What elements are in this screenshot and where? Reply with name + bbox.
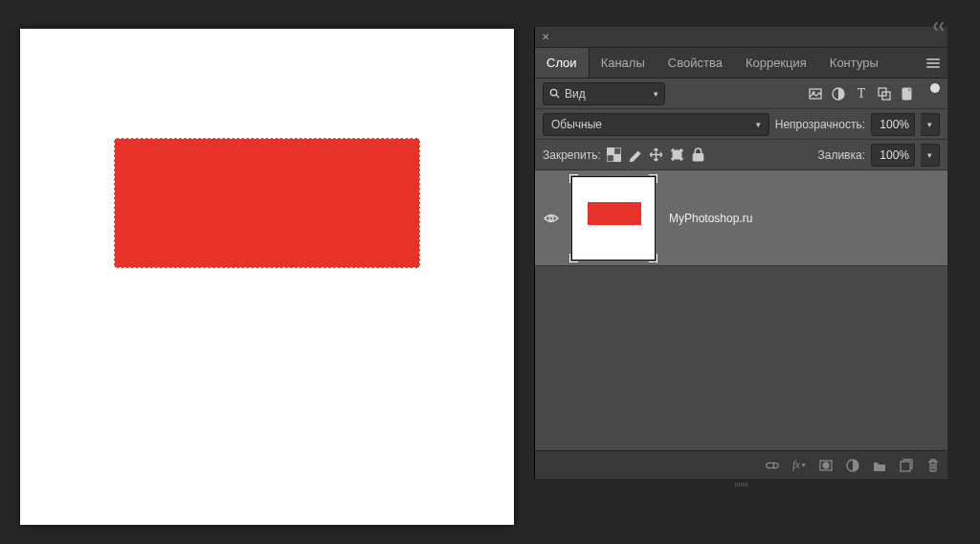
layer-name[interactable]: MyPhotoshop.ru [669,212,752,225]
document-canvas[interactable] [20,29,514,525]
svg-rect-12 [673,150,681,159]
svg-point-0 [550,89,556,95]
panel-footer: fx▾ [535,450,947,479]
blend-row: Обычные ▾ Непрозрачность: 100% ▾ [535,109,947,140]
visibility-icon[interactable] [544,214,559,223]
svg-rect-8 [607,147,614,155]
svg-point-16 [823,463,829,468]
search-icon [549,88,560,99]
filter-image-icon[interactable] [808,86,823,102]
filter-text-icon[interactable]: T [854,86,869,102]
layer-mask-icon[interactable] [819,459,833,472]
tab-paths[interactable]: Контуры [818,48,890,78]
lock-label: Закрепить: [543,148,601,162]
lock-position-icon[interactable] [649,147,663,162]
svg-rect-13 [693,153,703,161]
chevron-down-icon: ▾ [756,120,761,129]
filter-label: Вид [565,87,586,101]
svg-line-1 [556,95,559,98]
tab-label: Свойства [668,56,723,70]
tab-layers[interactable]: Слои [535,48,590,78]
svg-rect-9 [613,155,621,163]
tab-channels[interactable]: Каналы [590,48,657,78]
filter-adjustment-icon[interactable] [831,86,846,102]
svg-point-14 [549,216,553,220]
lock-transparency-icon[interactable] [607,147,621,162]
svg-rect-18 [901,462,910,471]
tab-label: Слои [546,56,577,70]
blend-mode-dropdown[interactable]: Обычные ▾ [543,113,769,136]
adjustment-layer-icon[interactable] [846,459,859,472]
panel-titlebar: ✕ [535,27,947,48]
opacity-input[interactable]: 100% [871,113,915,136]
lock-all-icon[interactable] [691,147,705,162]
tab-label: Контуры [830,56,879,70]
layers-panel: ❮❮ ✕ Слои Каналы Свойства Коррекция Конт… [534,27,947,479]
new-layer-icon[interactable] [900,459,913,472]
lock-row: Закрепить: Заливка: 100% ▾ [535,140,947,170]
panel-tabs: Слои Каналы Свойства Коррекция Контуры [535,48,947,79]
svg-rect-11 [607,155,614,163]
link-layers-icon[interactable] [766,459,779,472]
layer-thumbnail[interactable] [571,176,656,261]
fill-label: Заливка: [817,148,865,162]
opacity-stepper[interactable]: ▾ [921,113,940,136]
fill-input[interactable]: 100% [871,144,915,167]
canvas-area [0,0,534,544]
layer-fx-icon[interactable]: fx▾ [792,459,806,472]
new-group-icon[interactable] [873,459,886,472]
filter-row: Вид ▾ T [535,79,947,109]
tab-properties[interactable]: Свойства [657,48,734,78]
filter-toggle-switch[interactable] [930,83,940,93]
tab-adjustments[interactable]: Коррекция [734,48,818,78]
tab-label: Коррекция [746,56,807,70]
filter-shape-icon[interactable] [877,86,892,102]
close-icon[interactable]: ✕ [535,32,556,42]
chevron-down-icon: ▾ [654,89,658,99]
opacity-label: Непрозрачность: [775,118,865,131]
resize-grip[interactable] [727,483,756,487]
lock-pixels-icon[interactable] [628,147,642,162]
red-rectangle [114,138,420,268]
layer-filter-dropdown[interactable]: Вид ▾ [543,82,665,105]
fill-stepper[interactable]: ▾ [921,144,940,167]
layer-row[interactable]: MyPhotoshop.ru [535,170,947,266]
lock-artboard-icon[interactable] [670,147,684,162]
blend-mode-value: Обычные [551,118,602,131]
layers-list: MyPhotoshop.ru [535,170,947,450]
collapse-panel-icon[interactable]: ❮❮ [932,21,944,31]
svg-rect-10 [613,147,621,155]
panel-menu-icon[interactable] [919,48,947,78]
delete-layer-icon[interactable] [926,459,940,472]
filter-smartobject-icon[interactable] [900,86,915,102]
tab-label: Каналы [601,56,645,70]
